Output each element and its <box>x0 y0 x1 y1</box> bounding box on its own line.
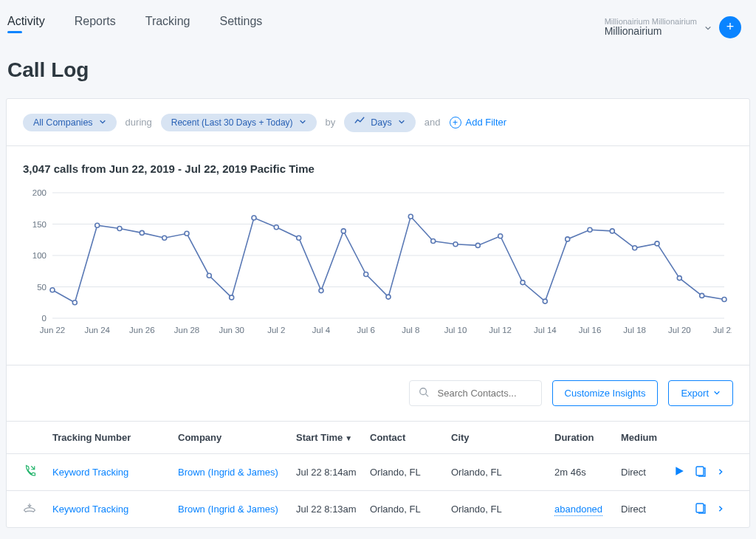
col-company[interactable]: Company <box>178 432 296 443</box>
filter-companies[interactable]: All Companies <box>23 114 117 131</box>
col-tracking-number[interactable]: Tracking Number <box>52 432 178 443</box>
tracking-number-link[interactable]: Keyword Tracking <box>52 467 128 478</box>
svg-point-30 <box>140 230 144 235</box>
svg-point-33 <box>207 273 211 278</box>
svg-text:50: 50 <box>37 283 47 292</box>
svg-point-47 <box>520 281 525 285</box>
svg-text:Jul 18: Jul 18 <box>623 326 646 334</box>
tab-label: Tracking <box>145 15 190 27</box>
svg-point-35 <box>252 216 256 220</box>
svg-point-54 <box>677 276 681 281</box>
svg-text:Jun 30: Jun 30 <box>219 326 244 334</box>
col-start-time[interactable]: Start Time▼ <box>296 432 370 443</box>
tab-label: Settings <box>219 15 262 27</box>
tab-settings[interactable]: Settings <box>219 10 262 44</box>
start-time: Jul 22 8:14am <box>296 467 370 478</box>
svg-point-37 <box>297 236 301 240</box>
customize-insights-button[interactable]: Customize Insights <box>552 380 659 406</box>
svg-text:Jun 28: Jun 28 <box>174 326 200 334</box>
copy-button[interactable] <box>695 502 707 516</box>
svg-point-50 <box>588 227 592 232</box>
filter-companies-label: All Companies <box>33 117 93 128</box>
tab-label: Activity <box>7 15 45 27</box>
chart-section: 3,047 calls from Jun 22, 2019 - Jul 22, … <box>7 146 749 365</box>
add-button[interactable]: + <box>719 16 741 38</box>
table-row: Keyword Tracking Brown (Ingrid & James) … <box>7 453 749 490</box>
page-title: Call Log <box>0 44 756 98</box>
city: Orlando, FL <box>451 467 554 478</box>
svg-text:Jun 22: Jun 22 <box>40 326 66 334</box>
svg-text:Jul 10: Jul 10 <box>444 326 467 334</box>
svg-text:0: 0 <box>42 314 47 323</box>
sort-desc-icon: ▼ <box>345 434 352 442</box>
play-button[interactable] <box>674 466 684 478</box>
search-input[interactable] <box>436 387 532 399</box>
svg-text:Jul 22: Jul 22 <box>713 326 732 334</box>
add-filter-button[interactable]: + Add Filter <box>450 117 507 128</box>
export-button[interactable]: Export <box>668 380 733 406</box>
expand-row-button[interactable] <box>717 504 724 515</box>
chevron-down-icon <box>713 388 721 399</box>
filter-date-range[interactable]: Recent (Last 30 Days + Today) <box>161 114 317 131</box>
filter-bar: All Companies during Recent (Last 30 Day… <box>7 99 749 146</box>
col-city[interactable]: City <box>451 432 554 443</box>
svg-point-57 <box>419 388 426 395</box>
company-link[interactable]: Brown (Ingrid & James) <box>178 467 278 478</box>
account-switcher[interactable]: Millionairium Millionairium Millionairiu… <box>605 16 749 38</box>
svg-point-38 <box>319 289 323 293</box>
row-actions <box>673 465 724 479</box>
svg-point-29 <box>117 227 122 231</box>
svg-text:Jun 24: Jun 24 <box>84 326 110 334</box>
svg-point-53 <box>655 241 659 246</box>
copy-button[interactable] <box>695 465 707 479</box>
col-start-time-label: Start Time <box>296 432 343 443</box>
svg-rect-59 <box>696 504 704 512</box>
col-duration[interactable]: Duration <box>554 432 621 443</box>
svg-text:Jun 26: Jun 26 <box>129 326 155 334</box>
filter-granularity[interactable]: Days <box>344 112 415 132</box>
duration-abandoned[interactable]: abandoned <box>554 504 602 516</box>
tab-reports[interactable]: Reports <box>75 10 116 44</box>
svg-point-49 <box>566 237 570 241</box>
svg-text:Jul 20: Jul 20 <box>668 326 691 334</box>
filter-granularity-label: Days <box>371 117 391 128</box>
table-controls: Customize Insights Export <box>7 365 749 421</box>
svg-point-34 <box>230 295 234 300</box>
main-panel: All Companies during Recent (Last 30 Day… <box>6 98 750 528</box>
tab-label: Reports <box>75 15 116 27</box>
table-row: Keyword Tracking Brown (Ingrid & James) … <box>7 490 749 527</box>
filter-word-and: and <box>425 117 441 128</box>
tab-tracking[interactable]: Tracking <box>145 10 190 44</box>
svg-point-31 <box>162 236 167 240</box>
chevron-down-icon <box>99 117 106 128</box>
svg-text:Jul 16: Jul 16 <box>579 326 602 334</box>
account-text: Millionairium Millionairium Millionairiu… <box>605 17 697 37</box>
company-link[interactable]: Brown (Ingrid & James) <box>178 504 278 515</box>
start-time: Jul 22 8:13am <box>296 504 370 515</box>
svg-point-45 <box>475 243 480 247</box>
search-contacts[interactable] <box>409 380 542 406</box>
svg-text:Jul 2: Jul 2 <box>267 326 285 334</box>
svg-point-46 <box>498 234 503 238</box>
plus-icon: + <box>726 19 735 35</box>
expand-row-button[interactable] <box>717 467 724 478</box>
chevron-down-icon <box>704 21 712 33</box>
top-nav: Activity Reports Tracking Settings Milli… <box>0 0 756 44</box>
svg-text:Jul 6: Jul 6 <box>357 326 375 334</box>
medium: Direct <box>621 467 673 478</box>
filter-date-range-label: Recent (Last 30 Days + Today) <box>171 117 293 128</box>
tab-activity[interactable]: Activity <box>7 10 45 44</box>
col-medium[interactable]: Medium <box>621 432 673 443</box>
trend-icon <box>354 116 365 128</box>
svg-text:200: 200 <box>32 188 47 197</box>
button-label: Export <box>681 388 709 399</box>
tracking-number-link[interactable]: Keyword Tracking <box>52 504 128 515</box>
chart-summary: 3,047 calls from Jun 22, 2019 - Jul 22, … <box>23 162 315 175</box>
city: Orlando, FL <box>451 504 554 515</box>
col-contact[interactable]: Contact <box>370 432 451 443</box>
nav-tabs: Activity Reports Tracking Settings <box>7 10 605 44</box>
chevron-down-icon <box>398 117 405 128</box>
svg-point-48 <box>543 299 547 303</box>
account-main-label: Millionairium <box>605 26 697 37</box>
svg-point-40 <box>364 272 368 277</box>
